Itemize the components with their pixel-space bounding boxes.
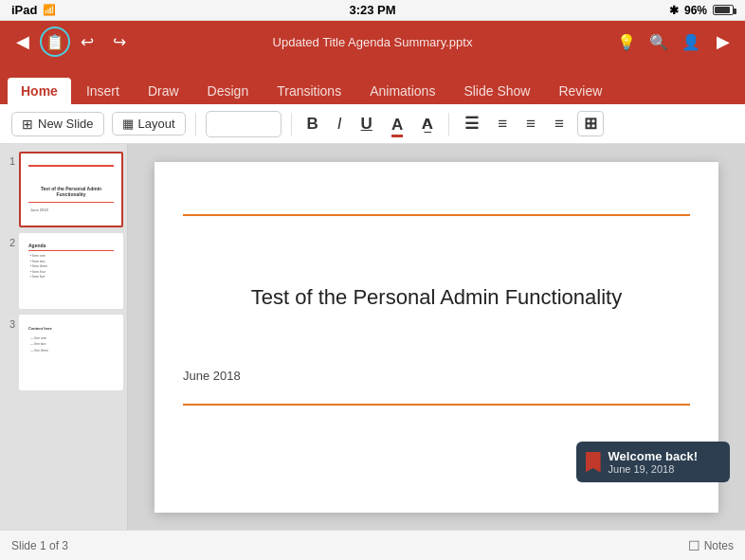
- slide1-thumb-subtitle: June 2018: [30, 208, 48, 212]
- status-time: 3:23 PM: [349, 3, 395, 17]
- slide-info: Slide 1 of 3: [11, 539, 68, 552]
- slide3-lines: — line one— line two— line three: [30, 335, 48, 353]
- user-button[interactable]: 👤: [677, 27, 705, 56]
- play-button[interactable]: ▶: [709, 27, 737, 56]
- main-content: 1 Test of the Personal Admin Functionali…: [0, 144, 745, 530]
- slide-top-orange-line: [183, 214, 690, 216]
- redo-button[interactable]: ↪: [104, 27, 135, 57]
- slide2-items: • Item one• Item two• Item three• Item f…: [30, 254, 47, 280]
- device-label: iPad: [11, 3, 37, 17]
- notes-label: Notes: [704, 539, 734, 552]
- slide-2-inner: Agenda • Item one• Item two• Item three•…: [25, 239, 118, 303]
- slide-main-area: Test of the Personal Admin Functionality…: [128, 144, 745, 530]
- ribbon-tabs: Home Insert Draw Design Transitions Anim…: [0, 63, 745, 104]
- tab-animations[interactable]: Animations: [356, 78, 448, 104]
- notes-checkbox-icon: ☐: [688, 538, 700, 553]
- underline-button[interactable]: U: [355, 111, 378, 137]
- toolbar-divider-1: [195, 113, 196, 135]
- align-left-button[interactable]: ≡: [520, 111, 541, 137]
- slide1-top-line: [28, 165, 114, 167]
- welcome-bookmark-icon: [586, 452, 601, 473]
- tab-slideshow[interactable]: Slide Show: [450, 78, 543, 104]
- italic-button[interactable]: I: [332, 111, 348, 137]
- tab-insert[interactable]: Insert: [73, 78, 133, 104]
- bottom-status-bar: Slide 1 of 3 ☐ Notes: [0, 530, 745, 560]
- num-list-button[interactable]: ≡: [492, 111, 513, 137]
- tab-draw[interactable]: Draw: [135, 78, 192, 104]
- tab-design[interactable]: Design: [194, 78, 263, 104]
- font-size-input[interactable]: [206, 111, 282, 137]
- new-slide-label: New Slide: [38, 117, 94, 131]
- slide-1-inner: Test of the Personal Admin Functionality…: [25, 157, 118, 222]
- status-left: iPad 📶: [11, 3, 56, 17]
- welcome-title: Welcome back!: [609, 449, 698, 463]
- slide-2-thumbnail[interactable]: Agenda • Item one• Item two• Item three•…: [19, 233, 123, 309]
- battery-icon: [713, 5, 734, 15]
- tab-home[interactable]: Home: [8, 78, 71, 104]
- title-nav-bar: ◀ 📋 ↩ ↪ Updated Title Agenda Summary.ppt…: [0, 21, 745, 63]
- slide-1-thumbnail[interactable]: Test of the Personal Admin Functionality…: [19, 152, 123, 227]
- align-right-button[interactable]: ≡: [549, 111, 570, 137]
- undo-button[interactable]: ↩: [72, 27, 102, 57]
- slide-2-number: 2: [4, 233, 15, 248]
- back-button[interactable]: ◀: [8, 27, 38, 57]
- slide-2-container: 2 Agenda • Item one• Item two• Item thre…: [4, 233, 123, 309]
- tab-review[interactable]: Review: [545, 78, 615, 104]
- slide1-thumb-title: Test of the Personal Admin Functionality: [28, 172, 114, 197]
- more-options-button[interactable]: ⊞: [577, 111, 604, 136]
- new-slide-icon: ⊞: [22, 117, 33, 132]
- layout-icon: ▦: [122, 117, 134, 131]
- bold-button[interactable]: B: [301, 111, 324, 137]
- slide-main-subtitle[interactable]: June 2018: [183, 369, 241, 383]
- document-icon-button[interactable]: 📋: [40, 27, 70, 57]
- slide-3-container: 3 Content here — line one— line two— lin…: [4, 315, 123, 390]
- document-title: Updated Title Agenda Summary.pptx: [273, 35, 473, 49]
- layout-button[interactable]: ▦ Layout: [112, 112, 186, 135]
- wifi-icon: 📶: [43, 4, 56, 16]
- slide2-title: Agenda: [28, 243, 45, 248]
- slide1-bottom-line: [28, 202, 114, 204]
- slide3-title: Content here: [28, 326, 52, 331]
- toolbar: ⊞ New Slide ▦ Layout B I U A A̲ ☰ ≡ ≡ ≡ …: [0, 104, 745, 144]
- welcome-popup: Welcome back! June 19, 2018: [576, 442, 730, 482]
- slide-3-thumbnail[interactable]: Content here — line one— line two— line …: [19, 315, 123, 390]
- slide-3-number: 3: [4, 315, 15, 330]
- welcome-date: June 19, 2018: [609, 463, 698, 475]
- toolbar-divider-2: [291, 113, 292, 135]
- lightbulb-button[interactable]: 💡: [612, 27, 641, 56]
- battery-pct: 96%: [684, 4, 707, 17]
- status-right: ✱ 96%: [669, 4, 734, 17]
- highlight-button[interactable]: A̲: [416, 112, 439, 136]
- bluetooth-icon: ✱: [669, 4, 679, 17]
- slide-1-number: 1: [4, 152, 15, 167]
- status-bar: iPad 📶 3:23 PM ✱ 96%: [0, 0, 745, 21]
- bullet-list-button[interactable]: ☰: [459, 110, 484, 137]
- new-slide-button[interactable]: ⊞ New Slide: [11, 112, 104, 136]
- slide-main-title[interactable]: Test of the Personal Admin Functionality: [183, 285, 690, 310]
- layout-label: Layout: [138, 117, 175, 131]
- slide-1-container: 1 Test of the Personal Admin Functionali…: [4, 152, 123, 227]
- notes-button[interactable]: ☐ Notes: [688, 538, 734, 553]
- slide-panel: 1 Test of the Personal Admin Functionali…: [0, 144, 128, 530]
- font-color-button[interactable]: A: [386, 112, 409, 136]
- tab-transitions[interactable]: Transitions: [263, 78, 354, 104]
- search-button[interactable]: 🔍: [645, 27, 673, 56]
- font-color-icon: A: [391, 116, 403, 134]
- slide-bottom-orange-line: [183, 404, 690, 406]
- slide2-line: [28, 250, 114, 251]
- welcome-text: Welcome back! June 19, 2018: [609, 449, 698, 475]
- slide-3-inner: Content here — line one— line two— line …: [25, 320, 118, 385]
- toolbar-divider-3: [448, 113, 449, 135]
- welcome-arrow-icon: [707, 455, 717, 470]
